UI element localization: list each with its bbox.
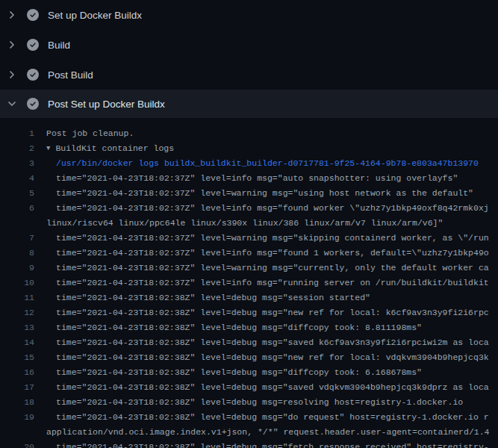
log-line: 11 time="2021-04-23T18:02:38Z" level=deb… bbox=[0, 290, 498, 305]
step-title: Build bbox=[48, 40, 70, 51]
log-line-text: time="2021-04-23T18:02:37Z" level=info m… bbox=[46, 171, 498, 186]
log-line-text: time="2021-04-23T18:02:38Z" level=debug … bbox=[46, 440, 498, 448]
log-line: 14 time="2021-04-23T18:02:38Z" level=deb… bbox=[0, 335, 498, 350]
step-title: Set up Docker Buildx bbox=[48, 10, 142, 21]
log-line-number[interactable]: 10 bbox=[0, 276, 34, 290]
steps-list: Set up Docker Buildx Build P bbox=[0, 0, 498, 118]
log-line-text: Post job cleanup. bbox=[46, 126, 498, 141]
log-line: 2 ▼BuildKit container logs bbox=[0, 141, 498, 156]
log-line-number[interactable]: 14 bbox=[0, 335, 34, 350]
log-line-text: time="2021-04-23T18:02:38Z" level=debug … bbox=[46, 380, 498, 395]
log-line: 3 /usr/bin/docker logs buildx_buildkit_b… bbox=[0, 156, 498, 171]
log-line: 8 time="2021-04-23T18:02:37Z" level=info… bbox=[0, 246, 498, 261]
log-line-number[interactable]: 20 bbox=[0, 440, 34, 448]
log-line-number[interactable]: 2 bbox=[0, 141, 34, 156]
log-line-number[interactable]: 13 bbox=[0, 320, 34, 335]
log-line: 15 time="2021-04-23T18:02:38Z" level=deb… bbox=[0, 350, 498, 365]
log-line-text: ▼BuildKit container logs bbox=[46, 141, 498, 156]
log-line-text: time="2021-04-23T18:02:38Z" level=debug … bbox=[46, 395, 498, 410]
log-line-number[interactable]: 16 bbox=[0, 365, 34, 380]
status-check-icon bbox=[27, 69, 39, 81]
log-line: 19 time="2021-04-23T18:02:38Z" level=deb… bbox=[0, 410, 498, 440]
status-check-icon bbox=[27, 39, 39, 51]
log-line: 20 time="2021-04-23T18:02:38Z" level=deb… bbox=[0, 440, 498, 448]
log-line-number[interactable]: 8 bbox=[0, 246, 34, 261]
log-line-number[interactable]: 7 bbox=[0, 231, 34, 246]
workflow-log-viewer: Set up Docker Buildx Build P bbox=[0, 0, 498, 448]
log-line-text: time="2021-04-23T18:02:38Z" level=debug … bbox=[46, 365, 498, 380]
step-header[interactable]: Set up Docker Buildx bbox=[0, 0, 498, 30]
status-check-icon bbox=[27, 98, 39, 110]
log-line-text: time="2021-04-23T18:02:38Z" level=debug … bbox=[46, 410, 498, 440]
log-line-text: time="2021-04-23T18:02:38Z" level=debug … bbox=[46, 320, 498, 335]
log-line-number[interactable]: 19 bbox=[0, 410, 34, 425]
log-line: 16 time="2021-04-23T18:02:38Z" level=deb… bbox=[0, 365, 498, 380]
chevron-icon[interactable] bbox=[6, 98, 18, 110]
step-header[interactable]: Build bbox=[0, 30, 498, 60]
log-line-text: time="2021-04-23T18:02:38Z" level=debug … bbox=[46, 335, 498, 350]
status-check-icon bbox=[27, 9, 39, 21]
log-line: 12 time="2021-04-23T18:02:38Z" level=deb… bbox=[0, 305, 498, 320]
log-line-number[interactable]: 5 bbox=[0, 186, 34, 201]
log-line: 18 time="2021-04-23T18:02:38Z" level=deb… bbox=[0, 395, 498, 410]
log-line-text: time="2021-04-23T18:02:37Z" level=warnin… bbox=[46, 186, 498, 201]
log-line-number[interactable]: 12 bbox=[0, 305, 34, 320]
step-header[interactable]: Post Build bbox=[0, 60, 498, 90]
chevron-icon[interactable] bbox=[6, 39, 18, 51]
log-line-number[interactable]: 17 bbox=[0, 380, 34, 395]
log-line: 6 time="2021-04-23T18:02:37Z" level=info… bbox=[0, 201, 498, 231]
log-lines: 1 Post job cleanup. 2 ▼BuildKit containe… bbox=[0, 118, 498, 448]
log-line: 10 time="2021-04-23T18:02:37Z" level=inf… bbox=[0, 276, 498, 290]
log-line: 5 time="2021-04-23T18:02:37Z" level=warn… bbox=[0, 186, 498, 201]
log-line-text: time="2021-04-23T18:02:37Z" level=info m… bbox=[46, 246, 498, 261]
log-line-text: /usr/bin/docker logs buildx_buildkit_bui… bbox=[46, 156, 498, 171]
log-line-number[interactable]: 9 bbox=[0, 261, 34, 276]
log-line: 9 time="2021-04-23T18:02:37Z" level=warn… bbox=[0, 261, 498, 276]
log-line: 17 time="2021-04-23T18:02:38Z" level=deb… bbox=[0, 380, 498, 395]
chevron-icon[interactable] bbox=[6, 9, 18, 21]
log-line-text: time="2021-04-23T18:02:38Z" level=debug … bbox=[46, 305, 498, 320]
log-line-number[interactable]: 1 bbox=[0, 126, 34, 141]
step-header[interactable]: Post Set up Docker Buildx bbox=[0, 90, 498, 118]
log-line-number[interactable]: 11 bbox=[0, 290, 34, 305]
step-title: Post Set up Docker Buildx bbox=[48, 99, 165, 110]
log-line-number[interactable]: 3 bbox=[0, 156, 34, 171]
log-line-number[interactable]: 6 bbox=[0, 201, 34, 216]
log-line-number[interactable]: 4 bbox=[0, 171, 34, 186]
log-line-text: time="2021-04-23T18:02:37Z" level=warnin… bbox=[46, 261, 498, 276]
log-line-number[interactable]: 15 bbox=[0, 350, 34, 365]
log-line: 13 time="2021-04-23T18:02:38Z" level=deb… bbox=[0, 320, 498, 335]
log-group-expanded-icon[interactable]: ▼ bbox=[46, 141, 50, 156]
log-line: 7 time="2021-04-23T18:02:37Z" level=warn… bbox=[0, 231, 498, 246]
log-line-text: time="2021-04-23T18:02:38Z" level=debug … bbox=[46, 350, 498, 365]
log-line-text: time="2021-04-23T18:02:37Z" level=info m… bbox=[46, 201, 498, 231]
log-line-text: time="2021-04-23T18:02:38Z" level=debug … bbox=[46, 290, 498, 305]
log-line-number[interactable]: 18 bbox=[0, 395, 34, 410]
log-line-text: time="2021-04-23T18:02:37Z" level=info m… bbox=[46, 276, 498, 290]
log-line-text: time="2021-04-23T18:02:37Z" level=warnin… bbox=[46, 231, 498, 246]
log-line: 1 Post job cleanup. bbox=[0, 126, 498, 141]
chevron-icon[interactable] bbox=[6, 69, 18, 81]
log-line: 4 time="2021-04-23T18:02:37Z" level=info… bbox=[0, 171, 498, 186]
step-title: Post Build bbox=[48, 69, 93, 81]
